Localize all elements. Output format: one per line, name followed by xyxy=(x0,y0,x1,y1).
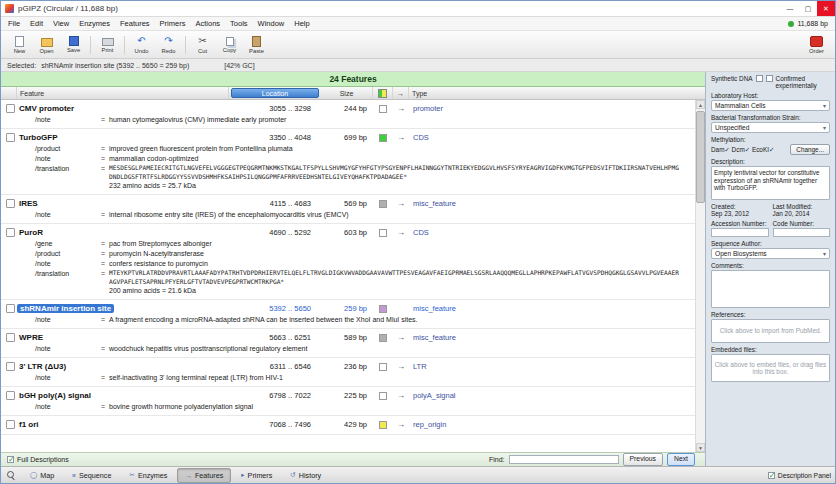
collapse-toggle[interactable] xyxy=(6,420,15,429)
feature-type[interactable]: promoter xyxy=(409,104,695,113)
color-box-icon xyxy=(379,105,387,113)
feature-row[interactable]: PuroR4690 .. 5292603 bp→CDS xyxy=(1,226,695,239)
minimize-icon[interactable]: — xyxy=(781,1,799,16)
embedded-files-box[interactable]: Click above to embed files, or drag file… xyxy=(711,354,830,382)
previous-button[interactable]: Previous xyxy=(623,453,663,466)
feature-type[interactable]: CDS xyxy=(409,133,695,142)
direction-column-icon[interactable]: → xyxy=(393,87,409,99)
collapse-toggle[interactable] xyxy=(6,333,15,342)
order-button[interactable]: Order xyxy=(803,36,830,54)
feature-type[interactable]: misc_feature xyxy=(409,333,695,342)
menu-enzymes[interactable]: Enzymes xyxy=(74,19,115,28)
feature-type[interactable]: misc_feature xyxy=(409,304,695,313)
feature-row[interactable]: TurboGFP3350 .. 4048699 bp→CDS xyxy=(1,131,695,144)
collapse-toggle[interactable] xyxy=(6,391,15,400)
menu-edit[interactable]: Edit xyxy=(25,19,48,28)
lab-host-select[interactable]: Mammalian Cells ▾ xyxy=(711,100,830,111)
synthetic-dna-checkbox[interactable] xyxy=(756,75,763,82)
feature-row[interactable]: IRES4115 .. 4683569 bp→misc_feature xyxy=(1,197,695,210)
collapse-toggle[interactable] xyxy=(6,304,15,313)
copy-button[interactable]: Copy xyxy=(216,37,243,53)
comments-textbox[interactable] xyxy=(711,270,830,308)
find-label: Find: xyxy=(489,456,505,463)
menu-view[interactable]: View xyxy=(48,19,74,28)
tab-history[interactable]: ↺History xyxy=(282,468,329,483)
maximize-icon[interactable]: ▢ xyxy=(799,1,817,16)
description-panel-checkbox[interactable] xyxy=(768,472,775,479)
cut-button-label: Cut xyxy=(189,48,216,54)
menu-window[interactable]: Window xyxy=(253,19,290,28)
search-icon[interactable] xyxy=(7,471,16,480)
full-descriptions-label: Full Descriptions xyxy=(17,456,69,463)
collapse-toggle[interactable] xyxy=(6,133,15,142)
tab-features[interactable]: →Features xyxy=(177,468,231,483)
scroll-down-icon[interactable]: ▼ xyxy=(696,443,705,452)
feature-type[interactable]: LTR xyxy=(409,362,695,371)
cut-button[interactable]: ✂Cut xyxy=(189,36,216,54)
qualifier-key: /product xyxy=(35,144,97,154)
description-textbox[interactable]: Empty lentiviral vector for constitutive… xyxy=(711,166,830,200)
full-descriptions-checkbox[interactable] xyxy=(7,456,14,463)
collapse-toggle[interactable] xyxy=(6,199,15,208)
accession-field[interactable] xyxy=(711,228,769,237)
full-descriptions-toggle[interactable]: Full Descriptions xyxy=(7,456,69,463)
column-type[interactable]: Type xyxy=(409,87,705,99)
qualifier-key: /note xyxy=(35,315,97,325)
feature-type[interactable]: misc_feature xyxy=(409,199,695,208)
change-button[interactable]: Change... xyxy=(790,144,830,155)
scroll-up-icon[interactable]: ▲ xyxy=(696,100,705,109)
redo-button[interactable]: ↷Redo xyxy=(155,36,182,54)
menu-actions[interactable]: Actions xyxy=(190,19,225,28)
menu-help[interactable]: Help xyxy=(289,19,314,28)
code-field[interactable] xyxy=(773,228,831,237)
new-button[interactable]: New xyxy=(6,36,33,54)
feature-location: 5663 .. 6251 xyxy=(229,333,321,342)
tab-sequence[interactable]: ≡Sequence xyxy=(64,468,119,483)
qualifier-row: /note=woodchuck hepatitis virus posttran… xyxy=(1,344,695,354)
confirmed-checkbox[interactable] xyxy=(766,75,773,82)
feature-row[interactable]: f1 ori7068 .. 7496429 bp→rep_origin xyxy=(1,418,695,431)
column-feature[interactable]: Feature xyxy=(17,87,229,99)
find-input[interactable] xyxy=(509,455,619,464)
author-select[interactable]: Open Biosystems ▾ xyxy=(711,248,830,259)
comments-label: Comments: xyxy=(711,262,830,269)
next-button[interactable]: Next xyxy=(667,453,695,466)
feature-row[interactable]: CMV promoter3055 .. 3298244 bp→promoter xyxy=(1,102,695,115)
menu-primers[interactable]: Primers xyxy=(155,19,191,28)
save-button[interactable]: Save xyxy=(60,36,87,53)
feature-row[interactable]: WPRE5663 .. 6251589 bp→misc_feature xyxy=(1,331,695,344)
feature-row[interactable]: shRNAmir insertion site5392 .. 5650259 b… xyxy=(1,302,695,315)
embedded-files-label: Embedded files: xyxy=(711,346,830,353)
menu-features[interactable]: Features xyxy=(115,19,155,28)
strain-select[interactable]: Unspecified ▾ xyxy=(711,122,830,133)
feature-type[interactable]: polyA_signal xyxy=(409,391,695,400)
feature-location: 6798 .. 7022 xyxy=(229,391,321,400)
feature-type[interactable]: CDS xyxy=(409,228,695,237)
references-box[interactable]: Click above to import from PubMed. xyxy=(711,319,830,343)
menu-tools[interactable]: Tools xyxy=(225,19,253,28)
paste-button[interactable]: Paste xyxy=(243,36,270,54)
column-size[interactable]: Size xyxy=(321,87,373,99)
feature-block: bGH poly(A) signal6798 .. 7022225 bp→pol… xyxy=(1,387,695,416)
feature-type[interactable]: rep_origin xyxy=(409,420,695,429)
tab-map[interactable]: ◯Map xyxy=(22,468,62,483)
description-panel-toggle[interactable]: Description Panel xyxy=(768,472,831,479)
print-button[interactable]: Print xyxy=(94,36,121,53)
tab-enzymes[interactable]: ✂Enzymes xyxy=(121,468,175,483)
color-box-icon xyxy=(379,334,387,342)
feature-color-column-icon[interactable] xyxy=(373,87,393,99)
menu-file[interactable]: File xyxy=(3,19,25,28)
open-button[interactable]: Open xyxy=(33,36,60,54)
feature-row[interactable]: bGH poly(A) signal6798 .. 7022225 bp→pol… xyxy=(1,389,695,402)
close-icon[interactable]: ✕ xyxy=(817,1,835,16)
column-location[interactable]: Location xyxy=(231,88,319,98)
save-button-label: Save xyxy=(60,47,87,53)
tab-primers[interactable]: ▸Primers xyxy=(233,468,280,483)
feature-row[interactable]: 3' LTR (ΔU3)6311 .. 6546236 bp→LTR xyxy=(1,360,695,373)
collapse-toggle[interactable] xyxy=(6,362,15,371)
vertical-scrollbar[interactable]: ▲ ▼ xyxy=(695,100,705,452)
scrollbar-thumb[interactable] xyxy=(696,111,705,203)
undo-button[interactable]: ↶Undo xyxy=(128,36,155,54)
collapse-toggle[interactable] xyxy=(6,228,15,237)
collapse-toggle[interactable] xyxy=(6,104,15,113)
